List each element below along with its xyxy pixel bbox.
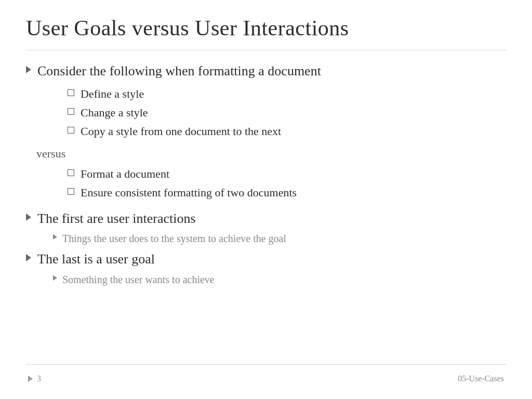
footer-arrow-icon [28,376,33,382]
bullet-item-3: The last is a user goal [26,250,506,269]
bullet-item-2: The first are user interactions [26,209,506,228]
sub-item-1-3: Copy a style from one document to the ne… [68,123,506,140]
checkbox-icon-v1 [68,169,74,176]
checkbox-icon-1 [68,89,74,96]
bullet-text-3: The last is a user goal [37,250,155,269]
footer-left: 3 [28,374,41,383]
versus-sub-item-2: Ensure consistent formatting of two docu… [68,184,506,201]
sub-text-1-3: Copy a style from one document to the ne… [81,123,281,140]
bullet2-sub-text: Things the user does to the system to ac… [62,231,286,246]
checkbox-icon-v2 [68,188,74,195]
page-number: 3 [37,374,41,383]
sub-item-1-1: Define a style [68,86,506,102]
sub-item-1-2: Change a style [68,104,506,121]
slide: User Goals versus User Interactions Cons… [0,0,532,399]
bullet-text-1: Consider the following when formatting a… [37,62,321,81]
sub-list-versus: Format a document Ensure consistent form… [68,166,506,203]
footer-filename: 05-Use-Cases [458,374,504,383]
bullet-arrow-2-small [53,234,57,240]
checkbox-icon-2 [68,108,74,115]
bullet-arrow-3-small [53,275,57,281]
bullet-text-2: The first are user interactions [37,209,196,228]
slide-title: User Goals versus User Interactions [26,16,506,41]
footer: 3 05-Use-Cases [26,370,506,383]
top-divider [26,50,506,50]
bullet-item-1: Consider the following when formatting a… [26,62,506,81]
bullet-arrow-2 [26,214,31,221]
bullet2-sub: Things the user does to the system to ac… [53,231,506,246]
content-area: Consider the following when formatting a… [26,62,506,364]
checkbox-icon-3 [68,127,74,134]
versus-sub-text-1: Format a document [81,166,169,182]
sub-list-1: Define a style Change a style Copy a sty… [68,86,506,142]
bullet3-sub-text: Something the user wants to achieve [62,272,215,287]
sub-text-1-1: Define a style [81,86,144,102]
versus-label: versus [36,147,506,161]
bottom-divider [26,364,506,365]
bullet-arrow-1 [26,66,31,73]
versus-sub-item-1: Format a document [68,166,506,182]
bullet-arrow-3 [26,254,31,261]
sub-text-1-2: Change a style [81,104,148,121]
bullet3-sub: Something the user wants to achieve [53,272,506,287]
versus-sub-text-2: Ensure consistent formatting of two docu… [81,184,297,201]
